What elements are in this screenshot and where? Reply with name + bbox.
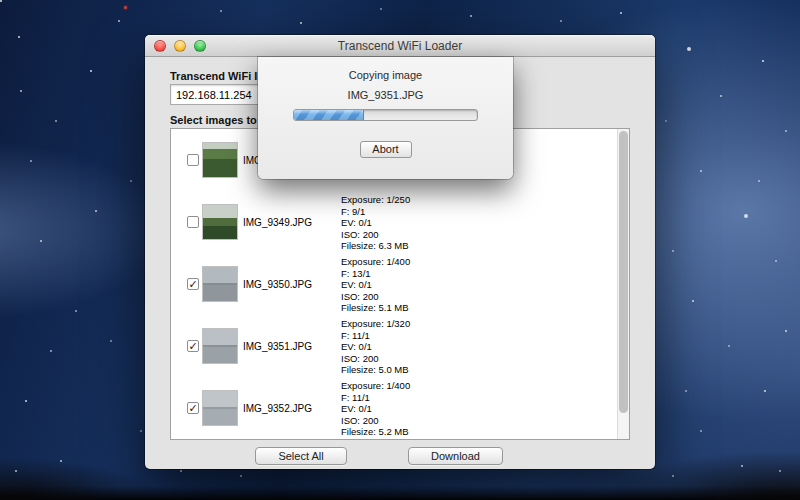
exif-line: EV: 0/1 [341,279,410,291]
copy-progress-dialog: Copying image IMG_9351.JPG Abort [258,57,513,179]
stars [0,0,2,2]
row-checkbox[interactable]: ✓ [187,278,199,290]
red-star [124,6,127,9]
exif-block: Exposure: 1/250F: 9/1EV: 0/1ISO: 200File… [341,194,410,252]
exif-line: ISO: 200 [341,291,410,303]
dialog-title: Copying image [258,69,513,81]
list-item[interactable]: ✓ IMG_9352.JPG Exposure: 1/400F: 11/1EV:… [171,377,629,439]
exif-line: Exposure: 1/400 [341,256,410,268]
thumbnail [203,143,237,177]
exif-line: F: 11/1 [341,330,410,342]
list-item[interactable]: ✓ IMG_9351.JPG Exposure: 1/320F: 11/1EV:… [171,315,629,377]
exif-line: EV: 0/1 [341,403,410,415]
exif-line: Filesize: 5.2 MB [341,426,410,438]
progress-fill [294,110,364,120]
horizon-shadow [0,486,800,500]
filename: IMG_9350.JPG [243,279,312,290]
thumbnail [203,329,237,363]
exif-line: Filesize: 5.0 MB [341,364,410,376]
exif-line: Filesize: 5.1 MB [341,302,410,314]
window-title: Transcend WiFi Loader [145,35,655,57]
exif-line: Filesize: 6.3 MB [341,240,410,252]
app-window: Transcend WiFi Loader Transcend WiFi IP:… [145,35,655,469]
exif-line: EV: 0/1 [341,341,410,353]
filename: IMG_9351.JPG [243,341,312,352]
dialog-filename: IMG_9351.JPG [258,89,513,101]
row-checkbox[interactable]: ✓ [187,402,199,414]
abort-button[interactable]: Abort [360,141,412,158]
thumbnail [203,205,237,239]
progress-bar [293,109,478,121]
exif-block: Exposure: 1/400F: 11/1EV: 0/1ISO: 200Fil… [341,380,410,438]
exif-block: Exposure: 1/320F: 11/1EV: 0/1ISO: 200Fil… [341,318,410,376]
desktop: Transcend WiFi Loader Transcend WiFi IP:… [0,0,800,500]
exif-line: ISO: 200 [341,415,410,427]
thumbnail [203,267,237,301]
list-item[interactable]: IMG_9349.JPG Exposure: 1/250F: 9/1EV: 0/… [171,191,629,253]
row-checkbox[interactable] [187,154,199,166]
exif-line: F: 13/1 [341,268,410,280]
select-all-button[interactable]: Select All [255,447,347,465]
titlebar[interactable]: Transcend WiFi Loader [145,35,655,57]
exif-line: EV: 0/1 [341,217,410,229]
download-button[interactable]: Download [408,447,503,465]
minimize-button[interactable] [174,40,186,52]
thumbnail [203,391,237,425]
scrollbar-thumb[interactable] [619,131,628,413]
scrollbar[interactable] [617,129,629,439]
exif-block: Exposure: 1/400F: 13/1EV: 0/1ISO: 200Fil… [341,256,410,314]
exif-line: Exposure: 1/250 [341,194,410,206]
exif-line: Exposure: 1/320 [341,318,410,330]
exif-line: Exposure: 1/400 [341,380,410,392]
exif-line: F: 9/1 [341,206,410,218]
filename: IMG_9352.JPG [243,403,312,414]
list-item[interactable]: ✓ IMG_9350.JPG Exposure: 1/400F: 13/1EV:… [171,253,629,315]
close-button[interactable] [154,40,166,52]
exif-line: ISO: 200 [341,229,410,241]
traffic-lights [154,40,206,52]
filename: IMG_9349.JPG [243,217,312,228]
exif-line: ISO: 200 [341,353,410,365]
row-checkbox[interactable]: ✓ [187,340,199,352]
exif-line: F: 11/1 [341,392,410,404]
zoom-button[interactable] [194,40,206,52]
ip-label: Transcend WiFi IP: [170,70,268,82]
row-checkbox[interactable] [187,216,199,228]
